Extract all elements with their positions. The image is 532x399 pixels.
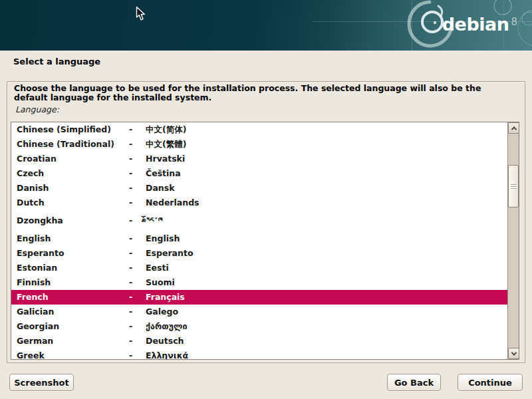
language-option-french[interactable]: French-Français [11, 290, 507, 305]
language-option-german[interactable]: German-Deutsch [11, 334, 507, 348]
language-native-name: Français [146, 290, 185, 305]
separator: - [129, 334, 132, 348]
brand-name: debian [442, 14, 509, 35]
separator: - [129, 246, 132, 261]
screenshot-button[interactable]: Screenshot [9, 374, 74, 391]
language-name: Finnish [17, 275, 51, 290]
language-native-name: Deutsch [146, 334, 184, 348]
language-native-name: Čeština [146, 166, 181, 181]
separator: - [129, 348, 132, 359]
language-rows: Chinese (Simplified)-中文(简体)Chinese (Trad… [11, 122, 507, 359]
go-back-button[interactable]: Go Back [387, 374, 441, 391]
language-option-chinese-simplified[interactable]: Chinese (Simplified)-中文(简体) [11, 122, 507, 137]
language-option-galician[interactable]: Galician-Galego [11, 305, 507, 319]
language-native-name: Dansk [146, 181, 174, 196]
language-option-estonian[interactable]: Estonian-Eesti [11, 261, 507, 275]
language-name: Georgian [17, 319, 59, 334]
language-native-name: English [146, 231, 180, 246]
language-native-name: Ελληνικά [146, 348, 188, 359]
grip-icon [511, 184, 517, 190]
language-name: Dzongkha [17, 210, 63, 231]
language-native-name: 中文(简体) [146, 122, 186, 137]
scrollbar-thumb[interactable] [508, 165, 519, 207]
page-title: Select a language [13, 57, 100, 66]
language-native-name: ქართული [146, 319, 187, 334]
separator: - [129, 231, 132, 246]
separator: - [129, 261, 132, 275]
separator: - [129, 196, 132, 210]
mouse-cursor [136, 6, 146, 21]
separator: - [129, 137, 132, 152]
language-name: Chinese (Simplified) [17, 122, 111, 137]
brand-wordmark: debian8 [442, 13, 517, 33]
language-name: German [17, 334, 53, 348]
separator: - [129, 319, 132, 334]
separator: - [129, 290, 132, 305]
language-option-greek[interactable]: Greek-Ελληνικά [11, 348, 507, 359]
separator: - [129, 210, 132, 231]
separator: - [129, 122, 132, 137]
separator: - [129, 181, 132, 196]
brand-version: 8 [511, 16, 517, 28]
language-name: Esperanto [17, 246, 64, 261]
language-native-name: 中文(繁體) [146, 137, 186, 152]
language-listbox[interactable]: Chinese (Simplified)-中文(简体)Chinese (Trad… [11, 122, 519, 360]
instruction-text: Choose the language to be used for the i… [14, 84, 517, 102]
chevron-down-icon [511, 350, 516, 355]
language-option-georgian[interactable]: Georgian-ქართული [11, 319, 507, 334]
language-option-english[interactable]: English-English [11, 231, 507, 246]
content-frame: Choose the language to be used for the i… [7, 81, 525, 363]
language-name: Dutch [17, 196, 45, 210]
language-name: Danish [17, 181, 49, 196]
vertical-scrollbar[interactable] [507, 122, 519, 359]
separator: - [129, 166, 132, 181]
language-option-esperanto[interactable]: Esperanto-Esperanto [11, 246, 507, 261]
language-native-name: Nederlands [146, 196, 200, 210]
language-name: Greek [17, 348, 45, 359]
separator: - [129, 152, 132, 166]
language-option-czech[interactable]: Czech-Čeština [11, 166, 507, 181]
language-option-dutch[interactable]: Dutch-Nederlands [11, 196, 507, 210]
language-option-croatian[interactable]: Croatian-Hrvatski [11, 152, 507, 166]
language-name: Galician [17, 305, 54, 319]
language-name: French [17, 290, 49, 305]
language-native-name: རྫོང་ཁ [146, 210, 162, 231]
language-name: Croatian [17, 152, 57, 166]
language-native-name: Eesti [146, 261, 169, 275]
language-option-chinese-traditional[interactable]: Chinese (Traditional)-中文(繁體) [11, 137, 507, 152]
language-option-dzongkha[interactable]: Dzongkha-རྫོང་ཁ [11, 210, 507, 231]
language-native-name: Hrvatski [146, 152, 185, 166]
language-native-name: Suomi [146, 275, 175, 290]
language-native-name: Galego [146, 305, 178, 319]
continue-button[interactable]: Continue [458, 374, 523, 391]
language-name: Chinese (Traditional) [17, 137, 114, 152]
banner: debian8 [0, 0, 532, 51]
language-name: Estonian [17, 261, 57, 275]
chevron-up-icon [511, 126, 516, 132]
language-name: English [17, 231, 51, 246]
language-option-danish[interactable]: Danish-Dansk [11, 181, 507, 196]
scroll-down-button[interactable] [508, 348, 519, 359]
language-name: Czech [17, 166, 44, 181]
language-field-label: Language: [15, 104, 59, 114]
language-native-name: Esperanto [146, 246, 193, 261]
separator: - [129, 275, 132, 290]
language-option-finnish[interactable]: Finnish-Suomi [11, 275, 507, 290]
scroll-up-button[interactable] [508, 122, 519, 134]
separator: - [129, 305, 132, 319]
